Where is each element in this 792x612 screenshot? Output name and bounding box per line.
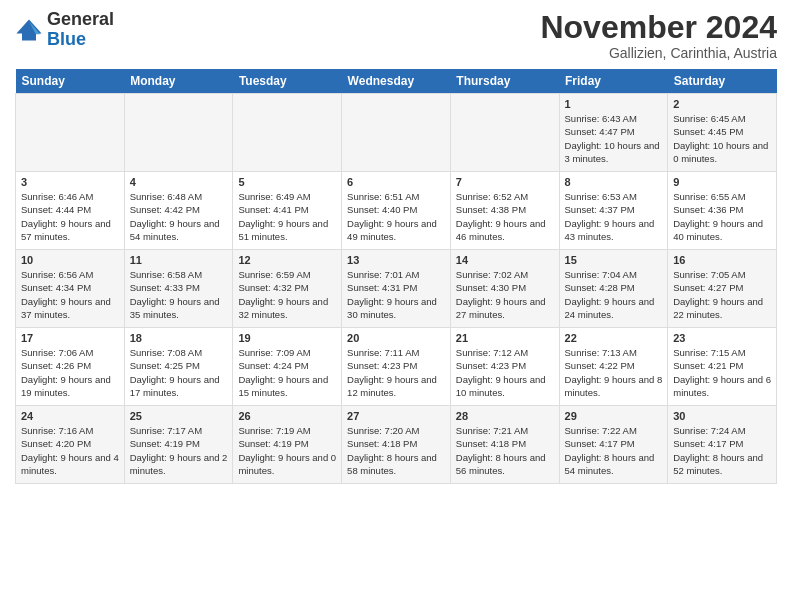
header-sunday: Sunday xyxy=(16,69,125,94)
day-info: Sunrise: 7:15 AMSunset: 4:21 PMDaylight:… xyxy=(673,347,771,398)
day-number: 6 xyxy=(347,176,445,188)
header-saturday: Saturday xyxy=(668,69,777,94)
day-info: Sunrise: 7:11 AMSunset: 4:23 PMDaylight:… xyxy=(347,347,437,398)
header-wednesday: Wednesday xyxy=(342,69,451,94)
calendar-day-cell: 23 Sunrise: 7:15 AMSunset: 4:21 PMDaylig… xyxy=(668,328,777,406)
day-number: 16 xyxy=(673,254,771,266)
calendar-day-cell: 12 Sunrise: 6:59 AMSunset: 4:32 PMDaylig… xyxy=(233,250,342,328)
header-thursday: Thursday xyxy=(450,69,559,94)
logo: General Blue xyxy=(15,10,114,50)
day-number: 24 xyxy=(21,410,119,422)
calendar-week-row: 17 Sunrise: 7:06 AMSunset: 4:26 PMDaylig… xyxy=(16,328,777,406)
location-subtitle: Gallizien, Carinthia, Austria xyxy=(540,45,777,61)
calendar-day-cell: 21 Sunrise: 7:12 AMSunset: 4:23 PMDaylig… xyxy=(450,328,559,406)
header-friday: Friday xyxy=(559,69,668,94)
calendar-day-cell: 7 Sunrise: 6:52 AMSunset: 4:38 PMDayligh… xyxy=(450,172,559,250)
calendar-day-cell xyxy=(450,94,559,172)
calendar-day-cell: 4 Sunrise: 6:48 AMSunset: 4:42 PMDayligh… xyxy=(124,172,233,250)
day-info: Sunrise: 6:49 AMSunset: 4:41 PMDaylight:… xyxy=(238,191,328,242)
day-number: 7 xyxy=(456,176,554,188)
calendar-day-cell: 20 Sunrise: 7:11 AMSunset: 4:23 PMDaylig… xyxy=(342,328,451,406)
logo-general-text: General xyxy=(47,9,114,29)
day-info: Sunrise: 7:02 AMSunset: 4:30 PMDaylight:… xyxy=(456,269,546,320)
day-number: 22 xyxy=(565,332,663,344)
day-number: 25 xyxy=(130,410,228,422)
day-info: Sunrise: 7:01 AMSunset: 4:31 PMDaylight:… xyxy=(347,269,437,320)
header-monday: Monday xyxy=(124,69,233,94)
day-info: Sunrise: 7:06 AMSunset: 4:26 PMDaylight:… xyxy=(21,347,111,398)
day-info: Sunrise: 6:59 AMSunset: 4:32 PMDaylight:… xyxy=(238,269,328,320)
day-number: 26 xyxy=(238,410,336,422)
day-info: Sunrise: 7:21 AMSunset: 4:18 PMDaylight:… xyxy=(456,425,546,476)
calendar-day-cell: 25 Sunrise: 7:17 AMSunset: 4:19 PMDaylig… xyxy=(124,406,233,484)
day-number: 3 xyxy=(21,176,119,188)
day-number: 9 xyxy=(673,176,771,188)
day-number: 14 xyxy=(456,254,554,266)
header-tuesday: Tuesday xyxy=(233,69,342,94)
calendar-week-row: 10 Sunrise: 6:56 AMSunset: 4:34 PMDaylig… xyxy=(16,250,777,328)
calendar-table: Sunday Monday Tuesday Wednesday Thursday… xyxy=(15,69,777,484)
calendar-day-cell: 13 Sunrise: 7:01 AMSunset: 4:31 PMDaylig… xyxy=(342,250,451,328)
calendar-day-cell: 9 Sunrise: 6:55 AMSunset: 4:36 PMDayligh… xyxy=(668,172,777,250)
calendar-week-row: 3 Sunrise: 6:46 AMSunset: 4:44 PMDayligh… xyxy=(16,172,777,250)
calendar-day-cell: 29 Sunrise: 7:22 AMSunset: 4:17 PMDaylig… xyxy=(559,406,668,484)
page: General Blue November 2024 Gallizien, Ca… xyxy=(0,0,792,612)
day-number: 21 xyxy=(456,332,554,344)
day-info: Sunrise: 7:09 AMSunset: 4:24 PMDaylight:… xyxy=(238,347,328,398)
day-info: Sunrise: 6:48 AMSunset: 4:42 PMDaylight:… xyxy=(130,191,220,242)
day-info: Sunrise: 7:05 AMSunset: 4:27 PMDaylight:… xyxy=(673,269,763,320)
weekday-header-row: Sunday Monday Tuesday Wednesday Thursday… xyxy=(16,69,777,94)
day-info: Sunrise: 6:43 AMSunset: 4:47 PMDaylight:… xyxy=(565,113,660,164)
day-number: 17 xyxy=(21,332,119,344)
calendar-day-cell: 10 Sunrise: 6:56 AMSunset: 4:34 PMDaylig… xyxy=(16,250,125,328)
day-info: Sunrise: 6:55 AMSunset: 4:36 PMDaylight:… xyxy=(673,191,763,242)
calendar-day-cell: 17 Sunrise: 7:06 AMSunset: 4:26 PMDaylig… xyxy=(16,328,125,406)
calendar-day-cell: 27 Sunrise: 7:20 AMSunset: 4:18 PMDaylig… xyxy=(342,406,451,484)
day-number: 27 xyxy=(347,410,445,422)
title-block: November 2024 Gallizien, Carinthia, Aust… xyxy=(540,10,777,61)
month-title: November 2024 xyxy=(540,10,777,45)
day-info: Sunrise: 6:52 AMSunset: 4:38 PMDaylight:… xyxy=(456,191,546,242)
calendar-day-cell: 30 Sunrise: 7:24 AMSunset: 4:17 PMDaylig… xyxy=(668,406,777,484)
calendar-day-cell: 15 Sunrise: 7:04 AMSunset: 4:28 PMDaylig… xyxy=(559,250,668,328)
day-number: 4 xyxy=(130,176,228,188)
day-number: 5 xyxy=(238,176,336,188)
day-number: 15 xyxy=(565,254,663,266)
day-info: Sunrise: 7:24 AMSunset: 4:17 PMDaylight:… xyxy=(673,425,763,476)
calendar-day-cell: 26 Sunrise: 7:19 AMSunset: 4:19 PMDaylig… xyxy=(233,406,342,484)
day-info: Sunrise: 7:22 AMSunset: 4:17 PMDaylight:… xyxy=(565,425,655,476)
calendar-day-cell: 1 Sunrise: 6:43 AMSunset: 4:47 PMDayligh… xyxy=(559,94,668,172)
day-number: 1 xyxy=(565,98,663,110)
day-number: 28 xyxy=(456,410,554,422)
day-info: Sunrise: 7:17 AMSunset: 4:19 PMDaylight:… xyxy=(130,425,228,476)
calendar-day-cell: 11 Sunrise: 6:58 AMSunset: 4:33 PMDaylig… xyxy=(124,250,233,328)
calendar-day-cell: 5 Sunrise: 6:49 AMSunset: 4:41 PMDayligh… xyxy=(233,172,342,250)
calendar-week-row: 24 Sunrise: 7:16 AMSunset: 4:20 PMDaylig… xyxy=(16,406,777,484)
header: General Blue November 2024 Gallizien, Ca… xyxy=(15,10,777,61)
svg-marker-0 xyxy=(16,19,41,40)
day-info: Sunrise: 6:45 AMSunset: 4:45 PMDaylight:… xyxy=(673,113,768,164)
day-info: Sunrise: 7:19 AMSunset: 4:19 PMDaylight:… xyxy=(238,425,336,476)
calendar-day-cell: 8 Sunrise: 6:53 AMSunset: 4:37 PMDayligh… xyxy=(559,172,668,250)
calendar-day-cell: 16 Sunrise: 7:05 AMSunset: 4:27 PMDaylig… xyxy=(668,250,777,328)
calendar-day-cell xyxy=(16,94,125,172)
day-number: 19 xyxy=(238,332,336,344)
day-info: Sunrise: 7:08 AMSunset: 4:25 PMDaylight:… xyxy=(130,347,220,398)
day-info: Sunrise: 7:13 AMSunset: 4:22 PMDaylight:… xyxy=(565,347,663,398)
day-info: Sunrise: 6:58 AMSunset: 4:33 PMDaylight:… xyxy=(130,269,220,320)
calendar-day-cell xyxy=(233,94,342,172)
day-number: 30 xyxy=(673,410,771,422)
day-number: 11 xyxy=(130,254,228,266)
day-number: 29 xyxy=(565,410,663,422)
day-number: 10 xyxy=(21,254,119,266)
day-number: 8 xyxy=(565,176,663,188)
day-info: Sunrise: 6:51 AMSunset: 4:40 PMDaylight:… xyxy=(347,191,437,242)
day-info: Sunrise: 7:12 AMSunset: 4:23 PMDaylight:… xyxy=(456,347,546,398)
day-info: Sunrise: 6:46 AMSunset: 4:44 PMDaylight:… xyxy=(21,191,111,242)
day-number: 18 xyxy=(130,332,228,344)
logo-icon xyxy=(15,16,43,44)
day-info: Sunrise: 6:53 AMSunset: 4:37 PMDaylight:… xyxy=(565,191,655,242)
calendar-day-cell xyxy=(124,94,233,172)
calendar-day-cell: 3 Sunrise: 6:46 AMSunset: 4:44 PMDayligh… xyxy=(16,172,125,250)
calendar-day-cell: 6 Sunrise: 6:51 AMSunset: 4:40 PMDayligh… xyxy=(342,172,451,250)
